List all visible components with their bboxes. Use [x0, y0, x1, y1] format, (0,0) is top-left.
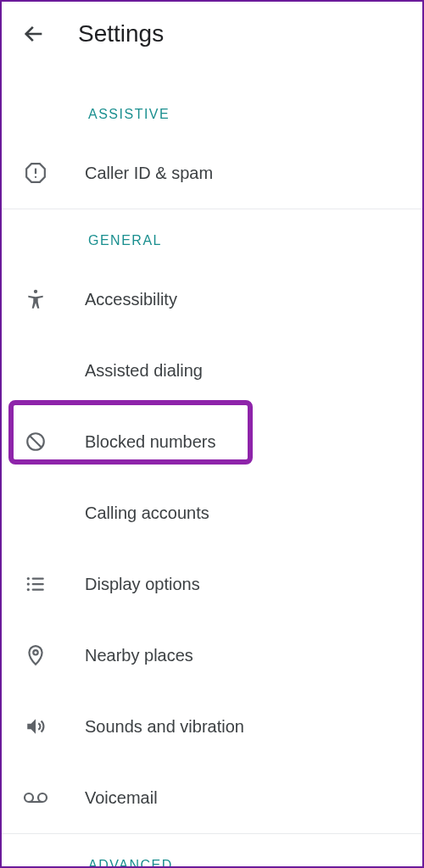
item-label: Calling accounts	[85, 504, 209, 523]
no-icon	[22, 499, 49, 526]
item-label: Assisted dialing	[85, 361, 203, 381]
header-bar: Settings	[2, 2, 422, 66]
item-label: Sounds and vibration	[85, 717, 244, 737]
svg-rect-12	[32, 588, 44, 590]
voicemail-icon	[22, 784, 49, 811]
list-icon	[22, 570, 49, 598]
item-voicemail[interactable]: Voicemail	[2, 762, 422, 833]
svg-point-4	[34, 290, 37, 293]
item-assisted-dialing[interactable]: Assisted dialing	[2, 335, 422, 406]
item-label: Accessibility	[85, 290, 177, 309]
svg-rect-8	[32, 577, 44, 579]
svg-rect-10	[32, 583, 44, 585]
block-icon	[22, 428, 49, 455]
page-title: Settings	[78, 20, 164, 47]
svg-point-14	[25, 793, 33, 802]
item-label: Caller ID & spam	[85, 164, 213, 183]
item-accessibility[interactable]: Accessibility	[2, 264, 422, 335]
accessibility-icon	[22, 286, 49, 313]
item-label: Nearby places	[85, 646, 193, 665]
back-button[interactable]	[20, 20, 47, 47]
svg-point-15	[38, 793, 47, 802]
item-label: Display options	[85, 575, 200, 594]
item-label: Voicemail	[85, 788, 158, 808]
svg-point-9	[27, 582, 30, 585]
item-display-options[interactable]: Display options	[2, 548, 422, 620]
item-sounds-vibration[interactable]: Sounds and vibration	[2, 691, 422, 762]
location-pin-icon	[22, 642, 49, 669]
warning-octagon-icon	[22, 159, 49, 186]
item-blocked-numbers[interactable]: Blocked numbers	[2, 406, 422, 477]
no-icon	[22, 357, 49, 384]
svg-line-6	[30, 436, 42, 448]
svg-point-13	[33, 650, 37, 654]
item-label: Blocked numbers	[85, 432, 216, 452]
speaker-icon	[22, 713, 49, 740]
item-nearby-places[interactable]: Nearby places	[2, 620, 422, 691]
section-header-assistive: ASSISTIVE	[2, 66, 422, 137]
item-calling-accounts[interactable]: Calling accounts	[2, 477, 422, 548]
svg-point-7	[27, 577, 30, 580]
section-header-advanced: ADVANCED	[2, 834, 422, 868]
svg-point-11	[27, 588, 30, 591]
section-header-general: GENERAL	[2, 209, 422, 264]
item-caller-id-spam[interactable]: Caller ID & spam	[2, 137, 422, 209]
arrow-left-icon	[22, 22, 46, 46]
svg-point-3	[35, 176, 36, 178]
